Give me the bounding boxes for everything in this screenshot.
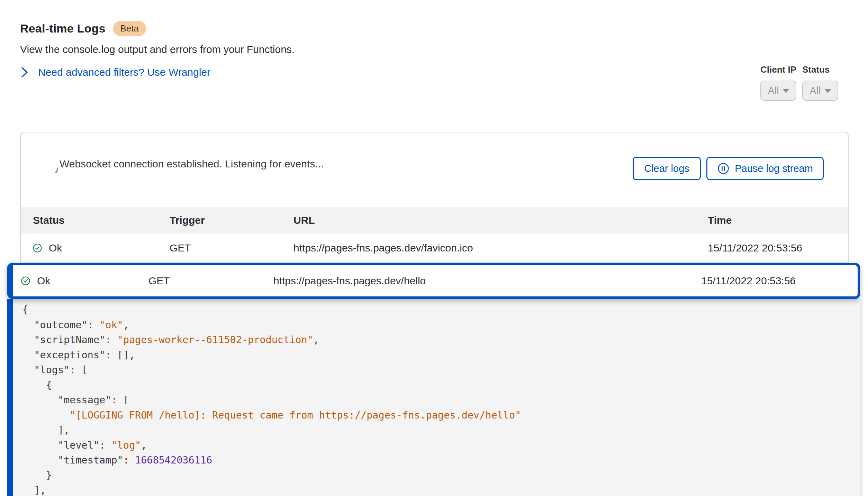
chevron-down-icon xyxy=(783,89,789,93)
clear-logs-button[interactable]: Clear logs xyxy=(633,157,701,180)
row-trigger: GET xyxy=(170,242,293,254)
client-ip-dropdown-value: All xyxy=(768,85,779,97)
check-circle-icon xyxy=(21,276,30,285)
row-time: 15/11/2022 20:53:56 xyxy=(708,242,848,254)
row-url: https://pages-fns.pages.dev/hello xyxy=(273,275,701,287)
log-detail-panel: { "outcome": "ok", "scriptName": "pages-… xyxy=(7,299,860,496)
page-title: Real-time Logs xyxy=(20,22,106,35)
check-circle-icon xyxy=(33,244,42,252)
filter-status: Status All xyxy=(802,64,838,101)
expanded-log-entry: Ok GET https://pages-fns.pages.dev/hello… xyxy=(7,263,860,496)
client-ip-filter-label: Client IP xyxy=(760,64,796,75)
pause-log-stream-button[interactable]: Pause log stream xyxy=(706,157,824,180)
wrangler-advanced-filters-link[interactable]: Need advanced filters? Use Wrangler xyxy=(21,66,210,78)
log-table-row[interactable]: Ok GET https://pages-fns.pages.dev/favic… xyxy=(21,233,848,263)
log-table-header: Status Trigger URL Time xyxy=(21,207,848,233)
column-header-url: URL xyxy=(293,214,708,226)
loading-spinner-icon xyxy=(48,164,60,175)
status-dropdown-value: All xyxy=(810,85,821,97)
status-dropdown[interactable]: All xyxy=(802,81,838,101)
clear-logs-label: Clear logs xyxy=(644,163,689,174)
log-detail-json: { "outcome": "ok", "scriptName": "pages-… xyxy=(13,299,860,496)
page-subtitle: View the console.log output and errors f… xyxy=(20,44,295,55)
client-ip-dropdown[interactable]: All xyxy=(760,81,796,101)
beta-badge: Beta xyxy=(113,21,146,36)
column-header-trigger: Trigger xyxy=(170,214,293,226)
page-header: Real-time Logs Beta xyxy=(20,21,146,36)
log-table-row-selected[interactable]: Ok GET https://pages-fns.pages.dev/hello… xyxy=(7,263,860,299)
pause-stream-label: Pause log stream xyxy=(735,163,813,174)
chevron-right-icon xyxy=(21,66,28,78)
websocket-status-message: Websocket connection established. Listen… xyxy=(60,158,324,170)
column-header-time: Time xyxy=(708,214,848,226)
row-trigger: GET xyxy=(148,275,273,287)
pause-circle-icon xyxy=(717,162,730,175)
chevron-down-icon xyxy=(825,89,831,93)
row-status-label: Ok xyxy=(49,242,62,254)
row-time: 15/11/2022 20:53:56 xyxy=(701,275,858,287)
row-url: https://pages-fns.pages.dev/favicon.ico xyxy=(293,242,708,254)
status-filter-label: Status xyxy=(802,64,838,75)
wrangler-link-label: Need advanced filters? Use Wrangler xyxy=(38,66,210,78)
row-status-label: Ok xyxy=(37,275,50,287)
filter-client-ip: Client IP All xyxy=(760,64,796,101)
column-header-status: Status xyxy=(33,214,170,226)
